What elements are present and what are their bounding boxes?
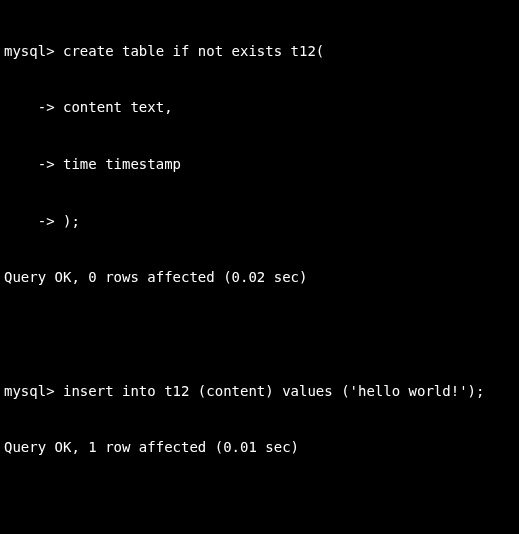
sql-create-result: Query OK, 0 rows affected (0.02 sec) bbox=[4, 268, 515, 287]
blank-line bbox=[4, 495, 515, 514]
sql-create-line3: -> time timestamp bbox=[4, 155, 515, 174]
blank-line bbox=[4, 325, 515, 344]
sql-insert-result: Query OK, 1 row affected (0.01 sec) bbox=[4, 438, 515, 457]
mysql-terminal[interactable]: mysql> create table if not exists t12( -… bbox=[0, 0, 519, 534]
sql-create-line4: -> ); bbox=[4, 212, 515, 231]
sql-create-line1: mysql> create table if not exists t12( bbox=[4, 42, 515, 61]
sql-insert-line: mysql> insert into t12 (content) values … bbox=[4, 382, 515, 401]
sql-create-line2: -> content text, bbox=[4, 98, 515, 117]
